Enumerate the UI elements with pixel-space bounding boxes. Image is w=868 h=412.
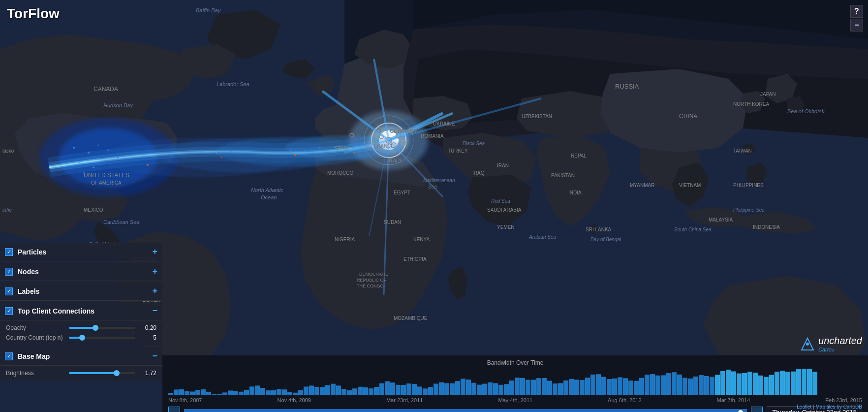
svg-point-17	[117, 157, 119, 158]
svg-text:TAIWAN: TAIWAN	[733, 148, 752, 154]
labels-checkbox[interactable]	[5, 287, 13, 295]
svg-rect-139	[325, 385, 330, 395]
uncharted-icon	[800, 336, 815, 352]
svg-rect-226	[796, 369, 801, 395]
svg-rect-189	[596, 374, 601, 395]
svg-text:IRAN: IRAN	[497, 163, 509, 168]
svg-rect-116	[201, 389, 206, 395]
base-map-body: Brightness 1.72	[0, 366, 162, 381]
svg-rect-122	[233, 391, 238, 395]
svg-rect-216	[742, 373, 747, 395]
country-count-slider[interactable]	[69, 337, 135, 339]
base-map-label: Base Map	[18, 352, 148, 360]
svg-point-35	[147, 164, 149, 166]
timeline-title: Bandwidth Over Time	[168, 359, 862, 366]
labels-section: Labels +	[0, 282, 162, 301]
svg-text:Black Sea: Black Sea	[463, 141, 485, 146]
svg-point-27	[260, 151, 262, 153]
progress-thumb[interactable]	[738, 410, 743, 412]
svg-rect-190	[601, 377, 606, 395]
top-client-header[interactable]: Top Client Connections −	[0, 302, 162, 320]
brightness-slider[interactable]	[69, 372, 135, 374]
nodes-header[interactable]: Nodes +	[0, 262, 162, 281]
svg-rect-134	[298, 390, 303, 395]
svg-text:Philippine Sea: Philippine Sea	[733, 207, 765, 213]
svg-rect-219	[758, 376, 763, 395]
svg-rect-217	[747, 372, 752, 395]
svg-rect-124	[244, 390, 249, 395]
nodes-checkbox[interactable]	[5, 268, 13, 276]
svg-point-19	[73, 147, 75, 149]
labels-header[interactable]: Labels +	[0, 282, 162, 301]
svg-rect-195	[628, 380, 633, 395]
top-client-checkbox[interactable]	[5, 307, 13, 315]
svg-text:cific: cific	[2, 207, 12, 213]
particles-toggle[interactable]: +	[152, 247, 157, 257]
svg-rect-212	[720, 371, 725, 395]
nodes-toggle[interactable]: +	[152, 266, 157, 277]
svg-point-30	[305, 150, 306, 151]
svg-rect-222	[775, 372, 779, 395]
svg-text:SUDAN: SUDAN	[384, 220, 401, 225]
svg-rect-199	[650, 374, 655, 395]
svg-rect-125	[249, 386, 254, 395]
country-count-value: 5	[139, 334, 156, 341]
svg-rect-162	[450, 383, 455, 395]
svg-rect-138	[320, 387, 325, 395]
labels-toggle[interactable]: +	[152, 286, 157, 296]
svg-rect-178	[536, 378, 541, 395]
svg-rect-115	[195, 390, 200, 395]
svg-rect-154	[406, 383, 411, 395]
svg-text:DEMOCRATIC: DEMOCRATIC	[359, 272, 389, 277]
brightness-row: Brightness 1.72	[6, 370, 156, 377]
base-map-section: Base Map − Brightness 1.72	[0, 347, 162, 381]
svg-rect-150	[385, 381, 390, 395]
svg-rect-168	[482, 384, 487, 395]
top-client-body: Opacity 0.20 Country Count (top n) 5	[0, 320, 162, 346]
svg-text:GERMANY: GERMANY	[390, 128, 418, 134]
time-label-5: Aug 6th, 2012	[608, 397, 642, 403]
base-map-header[interactable]: Base Map −	[0, 347, 162, 366]
svg-text:ROMANIA: ROMANIA	[421, 133, 444, 139]
svg-rect-146	[363, 387, 368, 395]
opacity-value: 0.20	[139, 324, 156, 331]
svg-text:Mediterranean: Mediterranean	[423, 178, 455, 183]
svg-text:OF AMERICA: OF AMERICA	[91, 180, 122, 186]
svg-rect-211	[715, 375, 720, 395]
svg-text:JAPAN: JAPAN	[760, 92, 776, 97]
svg-rect-152	[396, 385, 401, 395]
svg-text:SAUDI ARABIA: SAUDI ARABIA	[487, 207, 522, 213]
particles-header[interactable]: Particles +	[0, 243, 162, 261]
svg-rect-144	[352, 388, 357, 395]
svg-text:MALAYSIA: MALAYSIA	[709, 217, 733, 222]
uncharted-logo: uncharted Carto₅	[800, 335, 862, 353]
svg-rect-221	[769, 375, 774, 395]
help-button[interactable]: ?	[850, 5, 863, 18]
svg-rect-166	[471, 383, 476, 395]
timeline-add-button[interactable]: +	[751, 407, 763, 412]
top-client-toggle[interactable]: −	[152, 306, 157, 316]
svg-rect-129	[271, 390, 276, 395]
svg-text:UZBEKISTAN: UZBEKISTAN	[522, 114, 552, 119]
play-button[interactable]: −	[168, 407, 180, 412]
svg-rect-204	[677, 375, 682, 395]
svg-rect-123	[239, 392, 244, 395]
uncharted-subtitle: Carto₅	[818, 347, 862, 353]
svg-rect-151	[390, 382, 395, 395]
base-map-toggle[interactable]: −	[152, 351, 157, 361]
svg-text:UKRAINE: UKRAINE	[433, 121, 455, 127]
svg-rect-169	[488, 382, 493, 395]
svg-rect-142	[341, 389, 346, 395]
svg-rect-160	[439, 382, 444, 395]
zoom-out-button[interactable]: −	[850, 19, 863, 32]
svg-rect-205	[682, 378, 687, 395]
progress-track[interactable]	[184, 409, 747, 412]
particles-checkbox[interactable]	[5, 248, 13, 256]
svg-point-37	[294, 154, 296, 156]
svg-rect-176	[526, 380, 530, 395]
svg-text:Arabian Sea: Arabian Sea	[528, 234, 556, 240]
base-map-checkbox[interactable]	[5, 352, 13, 360]
svg-point-231	[806, 343, 809, 346]
opacity-slider[interactable]	[69, 327, 135, 329]
svg-rect-223	[780, 371, 785, 395]
